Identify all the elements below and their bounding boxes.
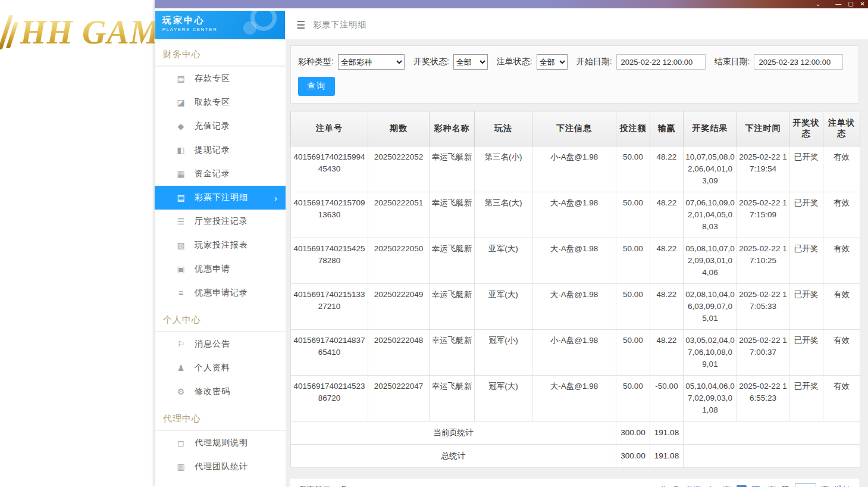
sidebar-item-agent-team-stats[interactable]: ▥ 代理团队统计 [155, 455, 286, 479]
sidebar-item-promo-apply[interactable]: ▣ 优惠申请 [155, 257, 286, 281]
sidebar-section: 个人中心 ⚐ 消息公告 ♟ 个人资料 ⚙ 修改密码 [155, 305, 286, 404]
filter-panel: 彩种类型: 全部彩种 开奖状态: 全部 注单状态: 全部 开始日期: [290, 45, 859, 104]
total-stats-winloss-total: 191.08 [650, 445, 684, 468]
cell-bet-id: 401569174021513327210 [291, 284, 368, 330]
bet-status-select[interactable]: 全部 [537, 54, 568, 70]
sidebar-menu: 财务中心 ▤ 存款专区 ◪ 取款专区 ◆ 充值记录 ◧ 提现记录 ▦ 资金记录 … [155, 39, 286, 479]
cell-play-type: 第三名(小) [475, 146, 532, 192]
cell-bet-info: 大-A盘@1.98 [532, 238, 616, 284]
cell-bet-amount: 50.00 [616, 146, 650, 192]
cell-bet-info: 小-A盘@1.98 [532, 146, 616, 192]
sidebar-item-hall-bet-records[interactable]: ☰ 厅室投注记录 [155, 210, 286, 233]
column-header: 彩种名称 [430, 111, 475, 146]
start-date-input[interactable] [616, 54, 706, 70]
prev-page-link[interactable]: 上一页 [707, 485, 731, 487]
sidebar-section: 代理中心 ◻ 代理规则说明 ▥ 代理团队统计 [155, 404, 286, 479]
sidebar-item-withdraw-zone[interactable]: ◪ 取款专区 [155, 90, 286, 114]
lottery-type-select[interactable]: 全部彩种 [338, 54, 405, 70]
cell-lottery-name: 幸运飞艇新 [430, 192, 475, 238]
minimize-icon[interactable]: — [835, 0, 841, 8]
total-stats-empty [684, 445, 860, 468]
page-stats-winloss-total: 191.08 [650, 422, 684, 445]
total-count: 共6条 [659, 485, 680, 487]
cell-bet-status: 有效 [823, 376, 860, 422]
cell-bet-id: 401569174021570913630 [291, 192, 368, 238]
table-row: 401569174021483765410 20250222048 幸运飞艇新 … [291, 330, 860, 376]
cell-winloss: 48.22 [650, 284, 684, 330]
chevron-right-icon: › [274, 193, 277, 203]
sidebar-item-announcements[interactable]: ⚐ 消息公告 [155, 332, 286, 356]
start-date-label: 开始日期: [576, 57, 612, 67]
page-stats-bet-total: 300.00 [616, 422, 650, 445]
cell-bet-status: 有效 [823, 330, 860, 376]
hamburger-menu-icon[interactable]: ☰ [296, 19, 305, 32]
cell-bet-time: 2025-02-22 17:15:09 [737, 192, 789, 238]
column-header: 注单号 [291, 111, 368, 146]
sidebar-item-profile[interactable]: ♟ 个人资料 [155, 356, 286, 380]
maximize-icon[interactable]: ▢ [848, 0, 853, 8]
page-title: 彩票下注明细 [313, 20, 366, 30]
cell-play-type: 亚军(大) [475, 238, 532, 284]
next-page-link[interactable]: 下一页 [752, 485, 776, 487]
withdrawal-records-icon: ◧ [176, 145, 186, 155]
cell-bet-time: 2025-02-22 17:10:25 [737, 238, 789, 284]
cell-bet-info: 大-A盘@1.98 [532, 192, 616, 238]
sidebar-item-funds-records[interactable]: ▦ 资金记录 [155, 162, 286, 186]
main-area: ☰ 彩票下注明细 彩种类型: 全部彩种 开奖状态: 全部 注单状 [286, 11, 868, 487]
table-row: 401569174021452386720 20250222047 幸运飞艇新 … [291, 376, 860, 422]
sidebar-section: 财务中心 ▤ 存款专区 ◪ 取款专区 ◆ 充值记录 ◧ 提现记录 ▦ 资金记录 … [155, 39, 286, 305]
funds-records-icon: ▦ [176, 169, 186, 179]
sidebar-item-withdrawal-records[interactable]: ◧ 提现记录 [155, 138, 286, 162]
search-button[interactable]: 查询 [298, 77, 335, 96]
close-icon[interactable]: ✕ [860, 0, 865, 8]
sidebar-item-promo-apply-records[interactable]: ≡ 优惠申请记录 [155, 281, 286, 305]
bet-status-label: 注单状态: [497, 57, 532, 67]
draw-status-select[interactable]: 全部 [453, 54, 488, 70]
table-body: 401569174021599445430 20250222052 幸运飞艇新 … [291, 146, 860, 422]
first-page-link[interactable]: 首页 [685, 485, 701, 487]
total-stats-label: 总统计 [291, 445, 616, 468]
cell-winloss: 48.22 [650, 146, 684, 192]
cell-draw-status: 已开奖 [789, 330, 823, 376]
cell-bet-info: 大-A盘@1.98 [532, 284, 616, 330]
sidebar-item-lottery-bet-details[interactable]: ▤ 彩票下注明细 › [155, 186, 286, 210]
promo-apply-records-icon: ≡ [176, 288, 186, 298]
sidebar-item-player-bet-report[interactable]: ▧ 玩家投注报表 [155, 233, 286, 257]
cell-bet-status: 有效 [823, 284, 860, 330]
cell-period: 20250222049 [368, 284, 430, 330]
chevron-down-icon[interactable]: ⌄ [816, 0, 820, 8]
cell-bet-id: 401569174021483765410 [291, 330, 368, 376]
app-window: ⌄ — ▢ ✕ 玩家中心 PLAYERS CENTER 财务中心 ▤ 存款专区 … [155, 0, 868, 487]
sidebar-item-deposit-zone[interactable]: ▤ 存款专区 [155, 67, 286, 90]
page-stats-row: 当前页统计 300.00 191.08 [291, 422, 860, 445]
cell-bet-id: 401569174021542578280 [291, 238, 368, 284]
sidebar-item-recharge-records[interactable]: ◆ 充值记录 [155, 114, 286, 138]
current-page-button[interactable]: 1 [737, 485, 747, 487]
end-date-input[interactable] [754, 54, 843, 70]
sidebar-item-change-password[interactable]: ⚙ 修改密码 [155, 380, 286, 404]
cell-period: 20250222051 [368, 192, 430, 238]
cell-bet-amount: 50.00 [616, 330, 650, 376]
jump-page-input[interactable] [795, 483, 816, 487]
cell-draw-result: 05,10,04,06,07,02,09,03,01,08 [684, 376, 737, 422]
cell-draw-status: 已开奖 [789, 146, 823, 192]
cell-draw-status: 已开奖 [789, 284, 823, 330]
cell-period: 20250222047 [368, 376, 430, 422]
cell-bet-amount: 50.00 [616, 192, 650, 238]
total-stats-bet-total: 300.00 [616, 445, 650, 468]
cell-bet-amount: 50.00 [616, 238, 650, 284]
cell-play-type: 第三名(大) [475, 192, 532, 238]
withdraw-zone-icon: ◪ [176, 98, 186, 107]
cell-draw-status: 已开奖 [789, 192, 823, 238]
sidebar-item-agent-rules[interactable]: ◻ 代理规则说明 [155, 431, 286, 455]
cell-period: 20250222050 [368, 238, 430, 284]
cell-bet-id: 401569174021599445430 [291, 146, 368, 192]
cell-lottery-name: 幸运飞艇新 [430, 238, 475, 284]
promo-apply-icon: ▣ [176, 264, 186, 274]
jump-button[interactable]: 跳转 [835, 485, 851, 487]
cell-draw-result: 10,07,05,08,02,06,04,01,03,09 [684, 146, 737, 192]
cell-winloss: 48.22 [650, 192, 684, 238]
cell-draw-result: 07,06,10,09,02,01,04,05,08,03 [684, 192, 737, 238]
cell-bet-id: 401569174021452386720 [291, 376, 368, 422]
section-title: 个人中心 [155, 305, 286, 332]
